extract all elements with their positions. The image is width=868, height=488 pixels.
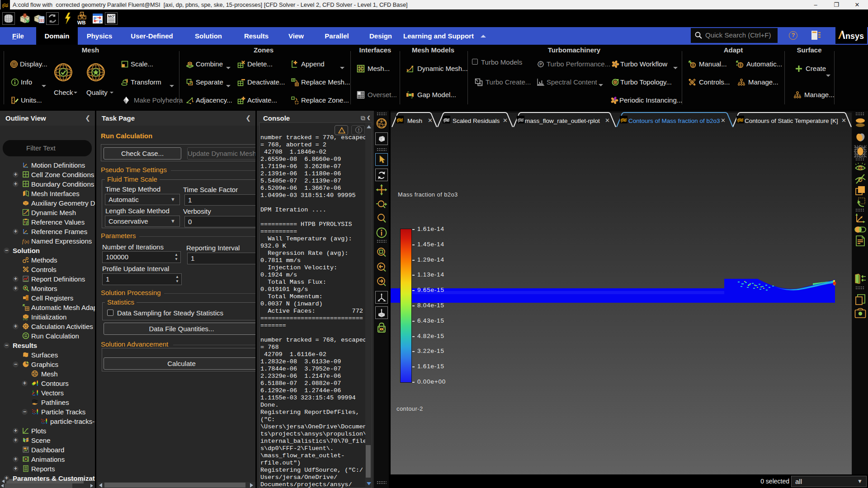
svg-text:(x): (x) — [24, 239, 29, 244]
svg-text:P: P — [99, 19, 102, 24]
svg-text:t=0: t=0 — [23, 318, 28, 320]
svg-text:nsys: nsys — [845, 32, 864, 41]
svg-text:P: P — [539, 62, 542, 66]
svg-text:WB: WB — [77, 20, 85, 25]
